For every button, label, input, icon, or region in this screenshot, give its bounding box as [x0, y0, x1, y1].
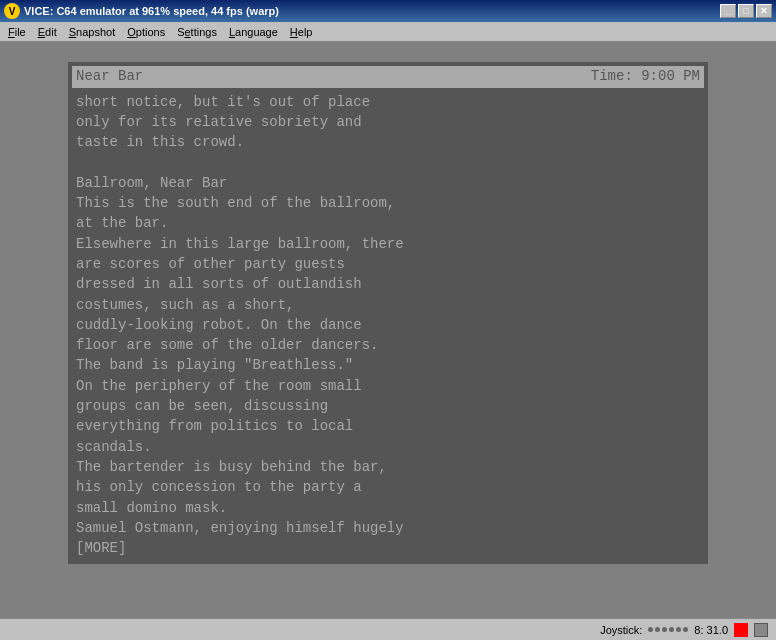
menu-settings[interactable]: Settings: [171, 23, 223, 41]
menu-help[interactable]: Help: [284, 23, 319, 41]
menu-file[interactable]: File: [2, 23, 32, 41]
drive-indicator: [754, 623, 768, 637]
menu-bar: File Edit Snapshot Options Settings Lang…: [0, 22, 776, 42]
app-icon: V: [4, 3, 20, 19]
dot-5: [676, 627, 681, 632]
status-bar: Joystick: 8: 31.0: [0, 618, 776, 640]
dot-1: [648, 627, 653, 632]
menu-language[interactable]: Language: [223, 23, 284, 41]
c64-time: Time: 9:00 PM: [591, 67, 700, 87]
title-buttons: _ □ ✕: [720, 4, 772, 18]
window-title: VICE: C64 emulator at 961% speed, 44 fps…: [24, 5, 279, 17]
warp-indicator: [734, 623, 748, 637]
dot-3: [662, 627, 667, 632]
title-bar-left: V VICE: C64 emulator at 961% speed, 44 f…: [4, 3, 279, 19]
joystick-label: Joystick:: [600, 624, 642, 636]
dot-6: [683, 627, 688, 632]
close-button[interactable]: ✕: [756, 4, 772, 18]
maximize-button[interactable]: □: [738, 4, 754, 18]
dot-4: [669, 627, 674, 632]
dot-2: [655, 627, 660, 632]
c64-location: Near Bar: [76, 67, 143, 87]
c64-header: Near Bar Time: 9:00 PM: [72, 66, 704, 88]
menu-edit[interactable]: Edit: [32, 23, 63, 41]
joystick-dots: [648, 627, 688, 632]
c64-screen[interactable]: Near Bar Time: 9:00 PM short notice, but…: [68, 62, 708, 564]
menu-snapshot[interactable]: Snapshot: [63, 23, 122, 41]
c64-body: short notice, but it's out of placeonly …: [72, 90, 704, 561]
c64-body-text: short notice, but it's out of placeonly …: [76, 94, 404, 557]
speed-display: 8: 31.0: [694, 624, 728, 636]
title-bar: V VICE: C64 emulator at 961% speed, 44 f…: [0, 0, 776, 22]
menu-options[interactable]: Options: [121, 23, 171, 41]
main-area: Near Bar Time: 9:00 PM short notice, but…: [0, 42, 776, 640]
minimize-button[interactable]: _: [720, 4, 736, 18]
